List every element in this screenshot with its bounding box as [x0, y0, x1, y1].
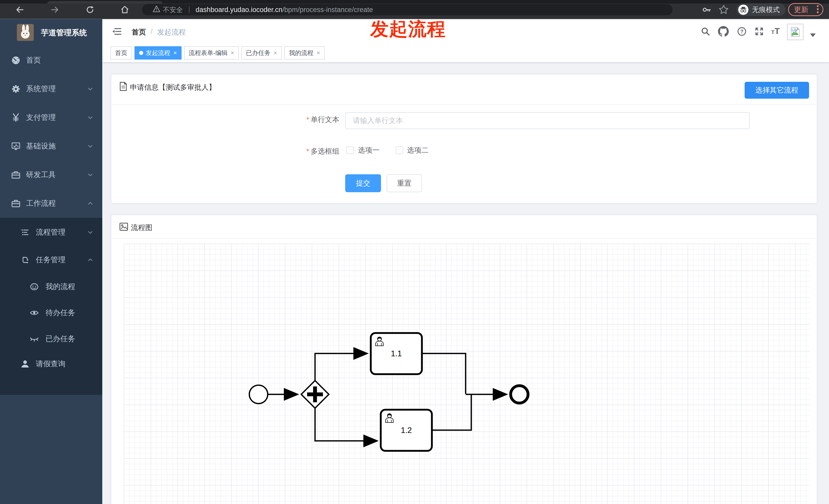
svg-text:T: T [774, 27, 780, 36]
parallel-gateway[interactable] [301, 381, 329, 408]
tab-label: 我的流程 [289, 49, 314, 57]
sidebar-item-label: 基础设施 [26, 141, 56, 151]
sidebar-item-system[interactable]: 系统管理 [0, 75, 102, 103]
card-title: 申请信息【测试多审批人】 [130, 83, 216, 92]
chevron-down-icon [87, 143, 94, 150]
sidebar-item-todo-tasks[interactable]: 待办任务 [0, 300, 102, 326]
sidebar-item-task-mgmt[interactable]: 任务管理 [0, 246, 102, 274]
tab-close-icon[interactable]: × [317, 49, 320, 56]
eye-open-icon [30, 308, 39, 317]
sidebar-item-workflow[interactable]: 工作流程 [0, 189, 102, 218]
choose-other-process-button[interactable]: 选择其它流程 [745, 82, 809, 99]
broken-image-icon [790, 26, 801, 38]
field-label-single-line: *单行文本 [265, 115, 339, 124]
sidebar-item-leave-query[interactable]: 请假查询 [0, 352, 102, 376]
start-event[interactable] [249, 385, 268, 403]
eye-closed-icon [30, 334, 39, 344]
checkbox-label-2[interactable]: 选项二 [407, 147, 429, 154]
checkbox-option-2[interactable] [396, 147, 403, 154]
chevron-down-icon [87, 86, 94, 92]
tab-process-form-edit[interactable]: 流程表单-编辑 × [184, 46, 239, 60]
sidebar-item-label: 工作流程 [26, 198, 56, 208]
chevron-down-icon [87, 171, 94, 178]
breadcrumb: 首页 / 发起流程 [132, 27, 186, 37]
breadcrumb-separator: / [151, 27, 153, 37]
checkbox-label-1[interactable]: 选项一 [358, 147, 380, 154]
avatar[interactable] [787, 24, 803, 40]
forward-icon[interactable] [49, 4, 60, 15]
sidebar-item-devtools[interactable]: 研发工具 [0, 160, 102, 189]
reload-icon[interactable] [84, 4, 96, 15]
document-icon [119, 82, 127, 93]
tab-close-icon[interactable]: × [274, 49, 277, 56]
process-diagram-card: 流程图 [111, 215, 817, 504]
reset-button[interactable]: 重置 [387, 174, 422, 192]
tab-close-icon[interactable]: × [173, 49, 177, 56]
github-icon[interactable] [718, 26, 729, 37]
svg-text:T: T [771, 29, 774, 35]
image-icon [119, 222, 129, 233]
tab-close-icon[interactable]: × [231, 49, 234, 56]
field-label-checkbox-group: *多选框组 [265, 147, 339, 156]
breadcrumb-home[interactable]: 首页 [132, 27, 146, 37]
sidebar-item-label: 研发工具 [26, 170, 56, 180]
url-domain: dashboard.yudao.iocoder.cn [195, 6, 282, 14]
svg-text:?: ? [740, 29, 743, 34]
browser-menu-icon[interactable] [817, 5, 819, 15]
single-line-text-input[interactable] [345, 112, 750, 129]
font-size-icon[interactable]: TT [771, 26, 782, 37]
browser-tab[interactable] [47, 1, 163, 4]
bpmn-canvas[interactable]: 1.1 1.2 [124, 243, 809, 504]
sidebar: 芋道管理系统 首页 系统管理 支付管理 基础设施 研发工具 [0, 19, 102, 504]
incognito-icon [738, 5, 749, 15]
chevron-down-icon [87, 114, 94, 121]
sidebar-item-infra[interactable]: 基础设施 [0, 132, 102, 160]
tab-my-process[interactable]: 我的流程 × [284, 46, 325, 60]
fullscreen-icon[interactable] [754, 26, 764, 37]
sidebar-item-label: 我的流程 [45, 282, 75, 292]
checkbox-option-1[interactable] [346, 147, 354, 154]
breadcrumb-current: 发起流程 [157, 27, 186, 37]
sidebar-item-label: 已办任务 [45, 334, 75, 344]
tab-done-tasks[interactable]: 已办任务 × [241, 46, 282, 60]
active-dot-icon [139, 51, 143, 55]
help-icon[interactable]: ? [736, 26, 747, 37]
update-button[interactable]: 更新 [788, 3, 823, 16]
tab-start-process[interactable]: 发起流程 × [135, 46, 182, 60]
end-event[interactable] [511, 386, 528, 403]
sidebar-item-my-process[interactable]: 我的流程 [0, 274, 102, 300]
sidebar-fold-icon[interactable] [111, 26, 122, 37]
url-bar[interactable]: 不安全 dashboard.yudao.iocoder.cn/bpm/proce… [142, 4, 673, 15]
sidebar-item-process-mgmt[interactable]: 流程管理 [0, 219, 102, 246]
sidebar-item-label: 流程管理 [36, 227, 66, 237]
share-node-icon [21, 255, 30, 265]
avatar-caret-icon[interactable] [810, 34, 816, 37]
bookmark-star-icon[interactable] [718, 4, 729, 15]
sidebar-item-payment[interactable]: 支付管理 [0, 103, 102, 132]
sidebar-item-home[interactable]: 首页 [0, 46, 102, 75]
url-divider [189, 6, 189, 13]
sidebar-item-label: 系统管理 [26, 84, 56, 94]
bpmn-diagram: 1.1 1.2 [124, 243, 809, 504]
required-mark: * [307, 147, 309, 155]
user-task-1-2[interactable]: 1.2 [381, 410, 432, 451]
sidebar-item-done-tasks[interactable]: 已办任务 [0, 326, 102, 352]
card-divider [112, 238, 816, 239]
tab-home[interactable]: 首页 [110, 46, 132, 60]
back-icon[interactable] [14, 4, 26, 15]
sidebar-item-label: 待办任务 [45, 308, 75, 318]
update-label: 更新 [794, 5, 808, 14]
required-mark: * [307, 116, 309, 123]
user-task-1-1[interactable]: 1.1 [371, 333, 422, 374]
card-header: 申请信息【测试多审批人】 [119, 82, 216, 93]
incognito-label: 无痕模式 [752, 5, 780, 14]
submit-button[interactable]: 提交 [345, 174, 381, 192]
warning-icon [153, 5, 160, 14]
home-icon[interactable] [119, 4, 131, 15]
incognito-badge: 无痕模式 [736, 3, 786, 16]
card-header: 流程图 [119, 222, 152, 233]
search-icon[interactable] [700, 26, 711, 37]
app-logo[interactable]: 芋道管理系统 [0, 19, 102, 46]
key-icon[interactable] [701, 4, 712, 15]
apply-info-card: 申请信息【测试多审批人】 选择其它流程 *单行文本 *多选框组 选项一 选项二 … [111, 74, 817, 203]
